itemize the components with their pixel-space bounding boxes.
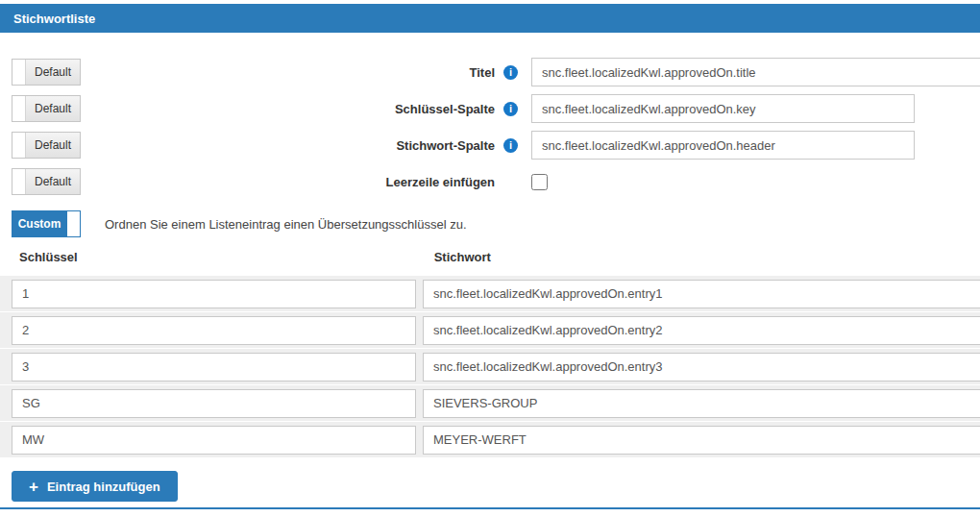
entry-keyword-input[interactable]	[423, 353, 980, 382]
panel-title: Stichwortliste	[13, 12, 95, 26]
toggle-label[interactable]: Default	[25, 60, 80, 85]
panel-footer-divider	[0, 507, 980, 509]
plus-icon: +	[29, 479, 38, 495]
column-header-keyword: Stichwort	[434, 250, 491, 267]
keyword-column-input[interactable]	[531, 131, 915, 160]
key-column-input[interactable]	[531, 94, 915, 123]
default-toggle-title[interactable]: Default	[12, 59, 81, 86]
entry-key-input[interactable]	[12, 353, 416, 382]
default-toggle-empty-line[interactable]: Default	[12, 168, 81, 195]
toggle-blank-segment[interactable]	[12, 60, 25, 85]
info-icon[interactable]: i	[503, 65, 518, 80]
toggle-blank-segment[interactable]	[12, 169, 25, 194]
toggle-label[interactable]: Default	[25, 133, 80, 158]
form-row-empty-line: Default Leerzeile einfügen	[12, 167, 980, 196]
entry-keyword-input[interactable]	[423, 389, 980, 418]
entry-keyword-input[interactable]	[423, 280, 980, 308]
title-input[interactable]	[531, 58, 980, 86]
form-row-keyword-column: Default Stichwort-Spalte i	[12, 131, 980, 160]
entry-key-input[interactable]	[12, 389, 416, 418]
toggle-blank-segment[interactable]	[12, 133, 25, 158]
key-column-label: Schlüssel-Spalte	[81, 102, 495, 116]
default-toggle-key-column[interactable]: Default	[12, 95, 81, 122]
column-header-key: Schlüssel	[19, 250, 78, 267]
entry-row	[0, 312, 980, 348]
empty-line-checkbox[interactable]	[531, 174, 548, 190]
entry-keyword-input[interactable]	[423, 426, 980, 455]
panel-header: Stichwortliste	[0, 4, 980, 33]
form-row-key-column: Default Schlüssel-Spalte i	[12, 94, 980, 123]
entries-table	[0, 276, 980, 457]
entry-row	[0, 276, 980, 311]
add-entry-button[interactable]: + Eintrag hinzufügen	[12, 471, 178, 502]
form-row-title: Default Titel i	[12, 58, 980, 86]
toggle-label[interactable]: Custom	[12, 211, 67, 236]
info-icon[interactable]: i	[503, 138, 518, 153]
custom-toggle-row: Custom Ordnen Sie einem Listeneintrag ei…	[12, 210, 980, 237]
empty-line-label: Leerzeile einfügen	[81, 175, 495, 189]
keyword-list-form: Default Titel i Default Schlüssel-Spalte…	[0, 58, 980, 196]
keyword-column-label: Stichwort-Spalte	[81, 138, 495, 153]
custom-description: Ordnen Sie einem Listeneintrag einen Übe…	[105, 217, 467, 232]
title-label: Titel	[81, 65, 495, 80]
entry-key-input[interactable]	[12, 426, 416, 455]
info-icon[interactable]: i	[503, 102, 518, 116]
entry-key-input[interactable]	[12, 280, 416, 308]
entry-row	[0, 349, 980, 384]
default-toggle-keyword-column[interactable]: Default	[12, 132, 81, 159]
entry-keyword-input[interactable]	[423, 316, 980, 345]
entry-row	[0, 422, 980, 457]
toggle-blank-segment[interactable]	[67, 211, 80, 236]
custom-toggle[interactable]: Custom	[12, 210, 81, 237]
entries-table-header: Schlüssel Stichwort	[0, 250, 980, 267]
entry-row	[0, 385, 980, 421]
toggle-blank-segment[interactable]	[12, 96, 25, 121]
toggle-label[interactable]: Default	[25, 169, 80, 194]
add-entry-button-label: Eintrag hinzufügen	[47, 480, 160, 494]
entry-key-input[interactable]	[12, 316, 416, 345]
toggle-label[interactable]: Default	[25, 96, 80, 121]
